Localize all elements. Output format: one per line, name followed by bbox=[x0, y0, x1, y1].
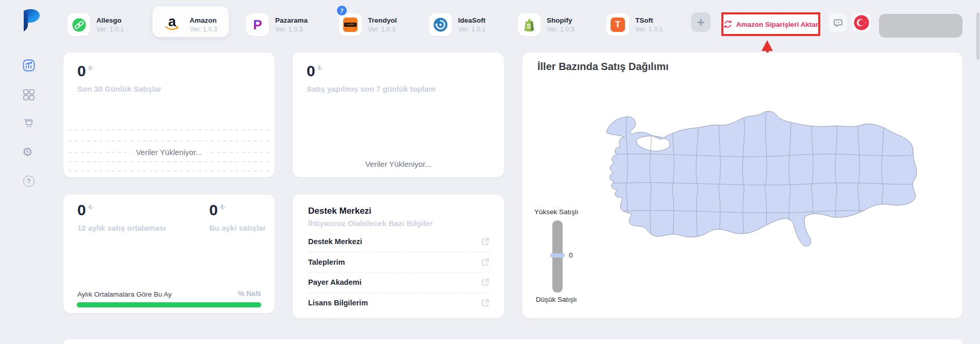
platform-tab-amazon[interactable]: a Amazon Ver: 1.0.3 bbox=[161, 13, 217, 36]
sidebar-item-dashboard-icon[interactable] bbox=[23, 59, 35, 72]
support-title: Destek Merkezi bbox=[308, 206, 371, 216]
import-button-label: Amazon Siparişleri Aktar bbox=[736, 21, 818, 28]
support-links: Destek Merkezi Taleplerim Payer Akademi bbox=[308, 232, 489, 313]
platform-name: IdeaSoft bbox=[458, 16, 486, 24]
card-last-7-days-sales: 0 ₺ Satış yapılmış son 7 günlük toplam V… bbox=[293, 53, 504, 177]
legend-low-label: Düşük Satışlı bbox=[536, 296, 577, 303]
annotation-highlight-box: Amazon Siparişleri Aktar bbox=[721, 12, 820, 36]
pazarama-icon: P bbox=[246, 13, 269, 36]
card-monthly-averages: 0 ₺ 12 aylık satış ortalaması 0 ₺ Bu ayk… bbox=[63, 195, 275, 313]
trendyol-icon: trendyol 7 bbox=[339, 13, 362, 36]
platform-version: Ver: 1.0.3 bbox=[368, 26, 397, 33]
support-link-payer-akademi[interactable]: Payer Akademi bbox=[308, 272, 489, 293]
card-support-center: Destek Merkezi İhtiyacınız Olabilecek Ba… bbox=[293, 195, 504, 318]
account-placeholder[interactable] bbox=[879, 14, 962, 38]
platform-name: Amazon bbox=[190, 16, 217, 24]
card-province-sales-map: İller Bazında Satış Dağılımı Yüksek Satı… bbox=[522, 53, 962, 318]
last7-label: Satış yapılmış son 7 günlük toplam bbox=[307, 84, 435, 93]
last30-label: Son 30 Günlük Satışlar bbox=[77, 84, 161, 93]
loading-text: Veriler Yükleniyor... bbox=[63, 148, 275, 157]
help-question-mark: ? bbox=[27, 178, 30, 185]
platform-version: Ver: 1.0.1 bbox=[96, 26, 124, 33]
last30-value: 0 bbox=[77, 63, 86, 79]
card-last-30-days-sales: 0 ₺ Son 30 Günlük Satışlar Veriler Yükle… bbox=[63, 53, 275, 177]
platform-name: Pazarama bbox=[275, 16, 308, 24]
support-link-destek-merkezi[interactable]: Destek Merkezi bbox=[308, 232, 489, 252]
tsoft-icon: T bbox=[606, 13, 629, 36]
legend-value-marker bbox=[550, 253, 565, 257]
payer-logo[interactable] bbox=[17, 8, 41, 33]
ideasoft-icon bbox=[429, 13, 452, 36]
thismonth-value: 0 bbox=[209, 202, 218, 218]
last7-value: 0 bbox=[307, 63, 315, 79]
amazon-icon: a bbox=[161, 13, 183, 36]
legend-value: 0 bbox=[569, 251, 573, 259]
scrollbar-thumb[interactable] bbox=[976, 12, 979, 60]
loading-text: Veriler Yükleniyor... bbox=[293, 160, 504, 168]
lira-currency-symbol: ₺ bbox=[221, 203, 225, 211]
annotation-arrow bbox=[762, 40, 773, 51]
platform-tab-tsoft[interactable]: T TSoft Ver: 1.0.1 bbox=[606, 13, 663, 36]
lira-currency-symbol: ₺ bbox=[89, 203, 93, 211]
turkish-flag-icon bbox=[854, 15, 869, 30]
progress-percent: % NaN bbox=[238, 289, 261, 298]
external-link-icon bbox=[481, 299, 489, 307]
thismonth-label: Bu ayki satışlar bbox=[209, 223, 266, 232]
add-platform-button[interactable]: + bbox=[691, 12, 711, 32]
feedback-chat-button[interactable] bbox=[829, 13, 847, 32]
language-flag-button[interactable] bbox=[852, 13, 871, 32]
sidebar-item-orders-cart-icon[interactable] bbox=[23, 117, 35, 130]
platform-version: Ver: 1.0.3 bbox=[275, 26, 308, 33]
chart-gridline bbox=[69, 129, 269, 130]
platform-version: Ver: 1.0.3 bbox=[190, 26, 217, 33]
platform-tab-shopify[interactable]: S Shopify Ver: 1.0.3 bbox=[518, 13, 575, 36]
platform-version: Ver: 1.0.3 bbox=[547, 26, 575, 33]
notification-badge: 7 bbox=[337, 6, 347, 15]
svg-text:S: S bbox=[527, 23, 531, 30]
avg12-value: 0 bbox=[77, 202, 86, 218]
sidebar-item-settings-gear-icon[interactable]: ⚙ bbox=[22, 146, 33, 158]
external-link-icon bbox=[481, 237, 489, 246]
shopify-icon: S bbox=[518, 13, 540, 36]
lira-currency-symbol: ₺ bbox=[318, 64, 322, 72]
platform-version: Ver: 1.0.1 bbox=[458, 26, 486, 33]
support-subtitle: İhtiyacınız Olabilecek Bazı Bilgiler bbox=[308, 219, 433, 228]
allesgo-icon bbox=[67, 13, 90, 36]
progress-label: Aylık Ortalamalara Göre Bu Ay bbox=[77, 290, 172, 298]
map-title: İller Bazında Satış Dağılımı bbox=[537, 61, 669, 73]
plus-icon: + bbox=[697, 15, 704, 29]
amazon-import-orders-button[interactable]: Amazon Siparişleri Aktar bbox=[723, 20, 818, 28]
external-link-icon bbox=[481, 258, 489, 266]
support-link-lisans-bilgilerim[interactable]: Lisans Bilgilerim bbox=[308, 293, 489, 313]
sync-icon bbox=[723, 20, 732, 28]
platform-tab-trendyol[interactable]: trendyol 7 Trendyol Ver: 1.0.3 bbox=[339, 13, 397, 36]
platform-tab-pazarama[interactable]: P Pazarama Ver: 1.0.3 bbox=[246, 13, 308, 36]
chart-gridline bbox=[69, 161, 269, 162]
platform-name: Allesgo bbox=[96, 16, 124, 24]
avg12-label: 12 aylık satış ortalaması bbox=[77, 223, 166, 232]
platform-tab-ideasoft[interactable]: IdeaSoft Ver: 1.0.1 bbox=[429, 13, 486, 36]
platform-version: Ver: 1.0.1 bbox=[635, 26, 663, 33]
lira-currency-symbol: ₺ bbox=[89, 64, 93, 72]
next-section-card-top bbox=[63, 339, 962, 344]
platform-name: TSoft bbox=[635, 16, 663, 24]
chat-bubble-icon bbox=[833, 18, 843, 28]
platform-name: Shopify bbox=[547, 16, 575, 24]
turkey-provinces-map[interactable] bbox=[577, 106, 920, 260]
sidebar-item-apps-icon[interactable] bbox=[23, 89, 35, 101]
chart-gridline bbox=[69, 170, 269, 171]
sidebar-item-help-icon[interactable]: ? bbox=[23, 176, 35, 187]
platform-name: Trendyol bbox=[368, 16, 397, 24]
platform-tab-allesgo[interactable]: Allesgo Ver: 1.0.1 bbox=[67, 13, 124, 36]
dashboard-page: ⚙ ? Allesgo Ver: 1.0.1 a bbox=[0, 0, 980, 344]
progress-bar bbox=[77, 302, 261, 307]
chart-gridline bbox=[69, 141, 269, 142]
legend-high-label: Yüksek Satışlı bbox=[534, 208, 579, 216]
support-link-taleplerim[interactable]: Taleplerim bbox=[308, 252, 489, 273]
external-link-icon bbox=[481, 278, 489, 286]
